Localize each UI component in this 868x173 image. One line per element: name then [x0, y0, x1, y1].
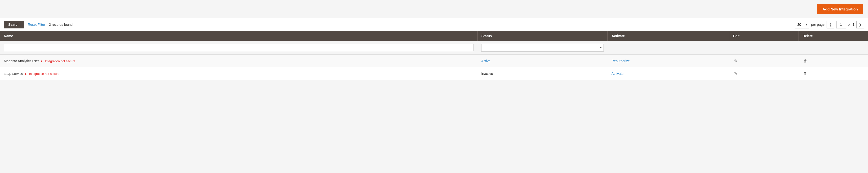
table-header-row: Name Status Activate Edit Delete: [0, 31, 868, 41]
row2-name-text: soap-service: [4, 72, 23, 76]
prev-page-button[interactable]: ❮: [827, 21, 834, 28]
row2-edit-button[interactable]: ✎: [733, 70, 738, 77]
row1-activate-cell: Reauthorize: [608, 55, 729, 67]
status-filter-wrapper[interactable]: Active Inactive: [481, 44, 604, 51]
row1-delete-cell: 🗑: [799, 55, 868, 67]
top-bar: Add New Integration: [0, 0, 868, 18]
table-row: soap-service ▲ Integration not secure In…: [0, 67, 868, 80]
row1-status-text: Active: [481, 59, 490, 63]
row1-name-cell: Magento Analytics user ▲ Integration not…: [0, 55, 477, 67]
current-page-input[interactable]: [836, 21, 846, 28]
add-new-integration-button[interactable]: Add New Integration: [817, 4, 863, 14]
col-header-status: Status: [477, 31, 608, 41]
records-found-label: 2 records found: [49, 23, 72, 26]
row1-edit-button[interactable]: ✎: [733, 57, 738, 64]
row1-not-secure-label: Integration not secure: [45, 59, 75, 63]
row1-reauthorize-link[interactable]: Reauthorize: [612, 59, 630, 63]
of-label: of: [848, 23, 851, 26]
search-button[interactable]: Search: [4, 21, 24, 28]
row2-status-text: Inactive: [481, 72, 493, 76]
row1-edit-cell: ✎: [729, 55, 799, 67]
table-row: Magento Analytics user ▲ Integration not…: [0, 55, 868, 67]
row2-activate-cell: Activate: [608, 67, 729, 80]
per-page-select-wrapper[interactable]: 20 30 50 100: [795, 21, 809, 28]
col-header-name: Name: [0, 31, 477, 41]
col-header-delete: Delete: [799, 31, 868, 41]
per-page-select[interactable]: 20 30 50 100: [795, 22, 809, 27]
status-filter-select[interactable]: Active Inactive: [482, 45, 603, 51]
row2-not-secure-label: Integration not secure: [29, 72, 60, 76]
row1-name-text: Magento Analytics user: [4, 59, 39, 63]
row2-name-cell: soap-service ▲ Integration not secure: [0, 67, 477, 80]
row2-edit-cell: ✎: [729, 67, 799, 80]
row1-delete-button[interactable]: 🗑: [802, 58, 808, 64]
integrations-table: Name Status Activate Edit Delete Active …: [0, 31, 868, 80]
col-header-edit: Edit: [729, 31, 799, 41]
filter-row: Active Inactive: [0, 41, 868, 55]
row2-delete-cell: 🗑: [799, 67, 868, 80]
reset-filter-button[interactable]: Reset Filter: [28, 22, 45, 27]
row2-activate-link[interactable]: Activate: [612, 72, 624, 76]
per-page-label: per page: [811, 23, 825, 26]
row2-status-cell: Inactive: [477, 67, 608, 80]
next-page-button[interactable]: ❯: [857, 21, 864, 28]
row2-delete-button[interactable]: 🗑: [802, 71, 808, 77]
toolbar: Search Reset Filter 2 records found 20 3…: [0, 18, 868, 31]
name-filter-input[interactable]: [4, 44, 473, 51]
total-pages-label: 1: [852, 23, 855, 26]
row1-warning-icon: ▲: [40, 59, 43, 63]
row1-status-cell: Active: [477, 55, 608, 67]
pagination-area: 20 30 50 100 per page ❮ of 1 ❯: [795, 21, 864, 28]
row2-warning-icon: ▲: [24, 72, 27, 76]
col-header-activate: Activate: [608, 31, 729, 41]
